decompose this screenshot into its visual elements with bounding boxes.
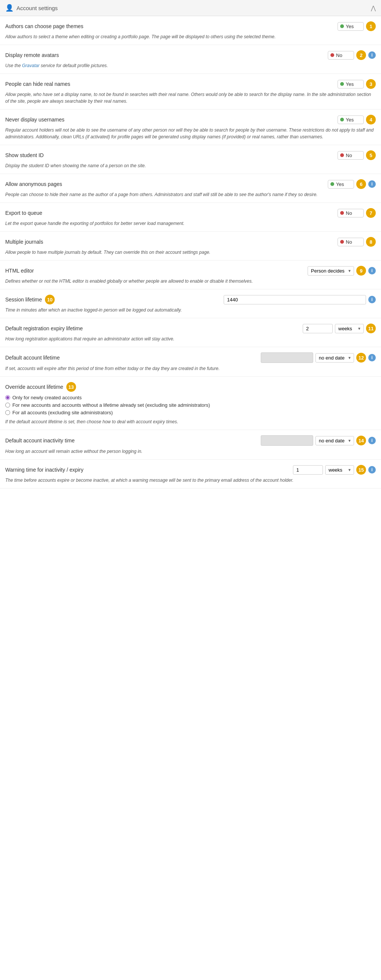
toggle-yes-no[interactable]: No [338,151,364,160]
setting-right: No 2 i [328,50,376,60]
setting-right: Enabled Disabled Person decides 9 i [308,266,376,275]
toggle-yes-no[interactable]: Yes [338,80,364,89]
toggle-yes-no[interactable]: No [338,209,364,218]
badge-num: 10 [45,295,55,304]
reg-expiry-unit-select[interactable]: days weeks months years [335,324,364,333]
toggle-value: Yes [346,117,354,123]
session-lifetime-input[interactable] [224,295,366,304]
badge-num: 15 [356,465,366,475]
info-icon[interactable]: i [368,296,376,303]
setting-warning-time-inactivity: Warning time for inactivity / expiry day… [0,460,381,488]
session-left: Session lifetime 10 [5,295,55,304]
reg-expiry-controls: days weeks months years [303,324,364,333]
control-line: Never display usernames Yes 4 [5,115,376,124]
setting-desc: People can choose to hide their name as … [5,191,376,198]
collapse-icon[interactable]: ⋀ [371,5,376,12]
setting-desc: Let the export queue handle the exportin… [5,220,376,227]
radio-all-accounts[interactable] [5,410,10,415]
setting-label: Default account lifetime [5,355,60,361]
person-icon: 👤 [5,4,13,12]
toggle-dot [340,82,344,86]
toggle-yes-no[interactable]: Yes [338,116,364,124]
info-icon[interactable]: i [368,466,376,474]
inactivity-time-controls: no end date days weeks months years [261,435,354,446]
toggle-dot [330,53,334,57]
setting-label: Multiple journals [5,239,43,245]
control-line: Export to queue No 7 [5,208,376,218]
radio-only-new-accounts[interactable] [5,395,10,400]
setting-right: days weeks months years 11 [303,323,376,333]
control-line: Override account lifetime 13 [5,382,376,392]
section-header: 👤 Account settings ⋀ [0,0,381,16]
override-radio-group: Only for newly created accounts For new … [5,395,376,415]
toggle-dot [340,240,344,244]
control-line: Default account lifetime no end date day… [5,352,376,363]
toggle-value: No [346,153,352,158]
setting-html-editor: HTML editor Enabled Disabled Person deci… [0,261,381,290]
control-line: Default registration expiry lifetime day… [5,323,376,333]
toggle-dot [340,153,344,157]
setting-export-to-queue: Export to queue No 7 Let the export queu… [0,203,381,232]
inactivity-disabled-input [261,435,313,446]
setting-label: Display remote avatars [5,52,59,58]
setting-desc: Display the student ID when showing the … [5,162,376,169]
reg-expiry-number-input[interactable] [303,324,333,333]
info-icon[interactable]: i [368,437,376,444]
control-line: Display remote avatars No 2 i [5,50,376,60]
toggle-value: Yes [346,24,354,29]
warning-time-number-input[interactable] [293,465,323,475]
setting-authors-page-themes: Authors can choose page themes Yes 1 All… [0,16,381,45]
setting-desc: How long registration applications that … [5,336,376,342]
setting-display-remote-avatars: Display remote avatars No 2 i Use the Gr… [0,45,381,74]
select-wrapper: Enabled Disabled Person decides [308,266,354,275]
setting-right: no end date days weeks months years 12 i [261,352,376,363]
setting-label: People can hide real names [5,81,70,87]
setting-default-registration-expiry: Default registration expiry lifetime day… [0,318,381,347]
setting-label: Export to queue [5,210,42,216]
toggle-value: No [346,239,352,245]
setting-desc: Allow authors to select a theme when edi… [5,33,376,40]
setting-right: No 8 [338,237,376,247]
setting-allow-anonymous-pages: Allow anonymous pages Yes 6 i People can… [0,174,381,203]
setting-default-account-inactivity: Default account inactivity time no end d… [0,430,381,460]
inactivity-unit-select[interactable]: no end date days weeks months years [316,436,354,445]
control-line: HTML editor Enabled Disabled Person deci… [5,266,376,275]
toggle-value: Yes [346,81,354,87]
setting-right: Yes 4 [338,115,376,124]
badge-num: 7 [366,208,376,218]
info-icon[interactable]: i [368,354,376,361]
info-icon[interactable]: i [368,51,376,59]
setting-desc: Use the Gravatar service for default pro… [5,62,376,69]
info-icon[interactable]: i [368,267,376,274]
setting-right: i [224,295,376,304]
setting-desc: Allow people to have multiple journals b… [5,249,376,256]
toggle-yes-no[interactable]: No [338,238,364,246]
toggle-yes-no[interactable]: No [328,51,354,60]
setting-show-student-id: Show student ID No 5 Display the student… [0,145,381,174]
account-settings-panel: 👤 Account settings ⋀ Authors can choose … [0,0,381,488]
gravatar-link[interactable]: Gravatar [22,63,40,68]
setting-right: days weeks months years 15 i [293,465,376,475]
setting-label: Default account inactivity time [5,438,75,444]
toggle-yes-no[interactable]: Yes [328,180,354,189]
account-lifetime-unit-select[interactable]: no end date days weeks months years [316,353,354,363]
control-line: Session lifetime 10 i [5,295,376,304]
info-icon[interactable]: i [368,180,376,188]
setting-desc: Defines whether or not the HTML editor i… [5,278,376,285]
setting-label: Show student ID [5,152,44,158]
control-line: Authors can choose page themes Yes 1 [5,21,376,31]
warning-time-unit-select[interactable]: days weeks months years [325,465,354,475]
select-wrapper: no end date days weeks months years [316,353,354,363]
badge-num: 8 [366,237,376,247]
badge-num: 5 [366,150,376,160]
setting-desc: Regular account holders will not be able… [5,127,376,140]
html-editor-select[interactable]: Enabled Disabled Person decides [308,266,354,275]
toggle-yes-no[interactable]: Yes [338,22,364,31]
setting-label: Override account lifetime [5,384,64,390]
control-line: Default account inactivity time no end d… [5,435,376,446]
radio-new-and-without-lifetime[interactable] [5,402,10,407]
toggle-value: Yes [336,181,344,187]
account-lifetime-controls: no end date days weeks months years [261,352,354,363]
badge-num: 1 [366,21,376,31]
setting-label: HTML editor [5,268,34,274]
